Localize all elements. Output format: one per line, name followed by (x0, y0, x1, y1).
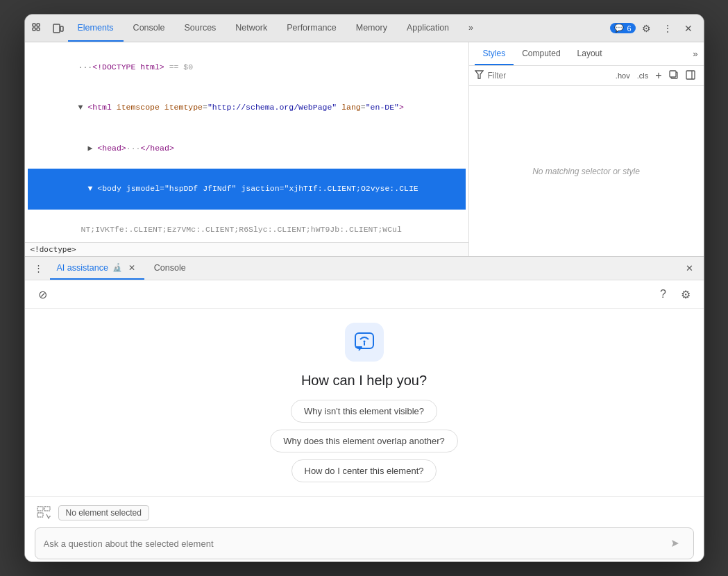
tab-bar-left (28, 15, 68, 42)
svg-rect-3 (37, 28, 40, 31)
ai-heading: How can I help you? (301, 373, 427, 389)
layout-icon (686, 70, 695, 80)
bottom-tab-right: ✕ (682, 260, 698, 277)
svg-rect-0 (33, 24, 35, 26)
svg-rect-16 (37, 513, 43, 517)
ai-suggestion-1[interactable]: Why isn't this element visible? (291, 400, 437, 423)
close-icon: ✕ (686, 263, 693, 273)
more-dots-icon: ⋮ (34, 263, 43, 273)
element-selector-icon (35, 504, 53, 522)
ai-clear-btn[interactable]: ⊘ (33, 285, 53, 304)
main-tabs: Elements Console Sources Network Perform… (68, 15, 611, 42)
dom-line[interactable]: <html itemscope itemtype="http://schema.… (28, 87, 466, 128)
tab-more[interactable]: » (459, 15, 483, 42)
styles-empty-message: No matching selector or style (469, 86, 704, 256)
close-icon: ✕ (684, 23, 693, 34)
devtools-window: Elements Console Sources Network Perform… (24, 14, 704, 562)
filter-cls-btn[interactable]: .cls (634, 70, 652, 81)
close-bottom-panel-btn[interactable]: ✕ (682, 260, 698, 277)
toggle-sidebar-btn[interactable] (683, 69, 698, 83)
ai-suggestion-2[interactable]: Why does this element overlap another? (270, 430, 458, 452)
tab-network[interactable]: Network (226, 15, 277, 42)
copy-icon (669, 70, 679, 80)
close-devtools-btn[interactable]: ✕ (679, 19, 698, 38)
dom-line-selected[interactable]: ▼ <body jsmodel="hspDDf JfINdf" jsaction… (28, 169, 466, 210)
tab-memory[interactable]: Memory (346, 15, 397, 42)
ai-suggestion-3[interactable]: How do I center this element? (291, 459, 437, 482)
help-icon: ? (660, 288, 666, 300)
ai-toolbar-right: ? ⚙ (654, 285, 695, 304)
styles-tabs: Styles Computed Layout » (469, 42, 704, 66)
styles-panel: Styles Computed Layout » .hov .cls + (469, 42, 704, 256)
add-style-btn[interactable]: + (652, 69, 664, 83)
dom-content[interactable]: ···<!DOCTYPE html> == $0 <html itemscope… (25, 42, 468, 242)
svg-rect-8 (670, 71, 676, 77)
filter-input[interactable] (488, 71, 609, 81)
tab-application[interactable]: Application (397, 15, 459, 42)
ai-input-row (35, 527, 694, 559)
issues-badge[interactable]: 💬 6 (610, 23, 635, 33)
dom-line: NT;IVKTfe:.CLIENT;Ez7VMc:.CLIENT;R6Slyc:… (28, 210, 466, 242)
device-toggle-btn[interactable] (49, 19, 68, 38)
filter-hov-btn[interactable]: .hov (613, 70, 633, 81)
settings-icon: ⚙ (642, 23, 651, 34)
tab-ai-assistance[interactable]: AI assistance 🔬 ✕ (50, 257, 144, 280)
console-tab-label: Console (154, 263, 186, 273)
element-badge: No element selected (58, 505, 149, 520)
more-icon: ⋮ (663, 23, 672, 34)
ai-toolbar: ⊘ ? ⚙ (25, 280, 704, 309)
dom-breadcrumb: <!doctype> (25, 242, 468, 256)
inspect-icon (32, 23, 43, 34)
device-icon (53, 23, 64, 34)
ai-tab-close-btn[interactable]: ✕ (126, 262, 137, 273)
element-selector-row: No element selected (35, 504, 694, 522)
settings-icon: ⚙ (681, 288, 691, 301)
ai-chat-icon (353, 331, 375, 353)
ai-question-input[interactable] (44, 539, 666, 549)
svg-rect-14 (37, 507, 43, 511)
clear-icon: ⊘ (38, 288, 47, 301)
dom-line[interactable]: <head>···</head> (28, 128, 466, 169)
tab-console[interactable]: Console (124, 15, 175, 42)
badge-count: 6 (627, 24, 631, 33)
ai-suggestions: Why isn't this element visible? Why does… (270, 400, 458, 482)
ai-icon-box (345, 323, 384, 362)
dom-text: ··· (78, 62, 93, 71)
svg-rect-9 (686, 71, 695, 79)
tab-bar-right: 💬 6 ⚙ ⋮ ✕ (610, 15, 700, 42)
svg-rect-15 (44, 507, 50, 511)
tab-layout[interactable]: Layout (569, 42, 611, 65)
main-content: ···<!DOCTYPE html> == $0 <html itemscope… (25, 42, 704, 256)
svg-rect-4 (53, 24, 60, 33)
svg-rect-5 (60, 26, 63, 31)
send-icon (669, 537, 682, 550)
bottom-tab-bar: ⋮ AI assistance 🔬 ✕ Console ✕ (25, 257, 704, 280)
tab-elements[interactable]: Elements (68, 15, 124, 42)
svg-marker-6 (475, 71, 483, 78)
chat-icon: 💬 (614, 24, 624, 33)
ai-body: How can I help you? Why isn't this eleme… (25, 309, 704, 496)
copy-styles-btn[interactable] (666, 69, 682, 83)
tab-bottom-console[interactable]: Console (147, 257, 193, 280)
ai-help-btn[interactable]: ? (654, 285, 673, 304)
bottom-panel: ⋮ AI assistance 🔬 ✕ Console ✕ ⊘ (25, 256, 704, 561)
tab-computed[interactable]: Computed (514, 42, 568, 65)
svg-rect-1 (37, 24, 40, 26)
tab-bar: Elements Console Sources Network Perform… (25, 15, 704, 42)
dom-panel: ···<!DOCTYPE html> == $0 <html itemscope… (25, 42, 469, 256)
cursor-icon-btn[interactable] (28, 19, 47, 38)
more-options-btn[interactable]: ⋮ (658, 19, 677, 38)
ai-tab-label: AI assistance (57, 263, 108, 273)
tab-sources[interactable]: Sources (174, 15, 226, 42)
ai-settings-btn[interactable]: ⚙ (676, 285, 695, 304)
dom-line[interactable]: ···<!DOCTYPE html> == $0 (28, 46, 466, 87)
settings-btn[interactable]: ⚙ (637, 19, 657, 38)
ai-panel: ⊘ ? ⚙ (25, 280, 704, 561)
svg-rect-2 (33, 28, 35, 31)
tab-styles[interactable]: Styles (475, 42, 514, 65)
styles-more-icon[interactable]: » (693, 49, 697, 59)
ai-input-area: No element selected Chat messages and an… (25, 496, 704, 561)
ai-send-btn[interactable] (666, 534, 685, 553)
bottom-more-btn[interactable]: ⋮ (31, 260, 47, 277)
tab-performance[interactable]: Performance (277, 15, 346, 42)
